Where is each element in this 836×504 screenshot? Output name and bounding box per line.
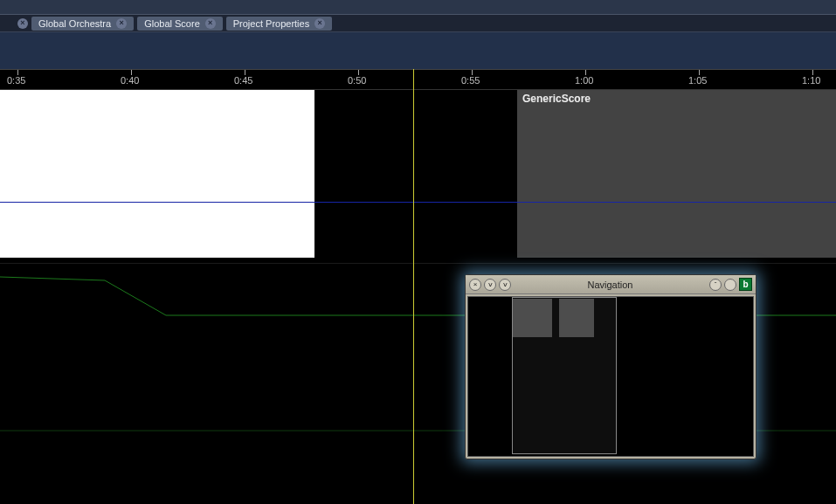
- time-ruler[interactable]: 0:35 0:40 0:45 0:50 0:55 1:00 1:05 1:10: [0, 69, 836, 90]
- clip-white[interactable]: [0, 90, 314, 258]
- tick-label: 0:45: [234, 75, 252, 86]
- close-icon[interactable]: ×: [314, 18, 325, 29]
- playhead[interactable]: [413, 69, 414, 504]
- tab-bar: × Global Orchestra × Global Score × Proj…: [0, 15, 836, 32]
- tab-label: Global Orchestra: [38, 18, 111, 29]
- tab-global-orchestra[interactable]: Global Orchestra ×: [31, 17, 134, 31]
- top-toolbar: [0, 0, 836, 15]
- close-icon[interactable]: ×: [469, 279, 481, 291]
- navigation-window[interactable]: × ⅴ ⅴ Navigation ˆ b: [465, 274, 757, 459]
- logo-b-icon[interactable]: b: [739, 278, 752, 291]
- chevron-down-icon[interactable]: ⅴ: [499, 279, 511, 291]
- minimap-viewport[interactable]: [512, 297, 617, 454]
- track-divider-blue: [0, 202, 836, 203]
- navigation-title: Navigation: [514, 280, 707, 290]
- tab-global-score[interactable]: Global Score ×: [137, 17, 223, 31]
- close-icon[interactable]: ×: [116, 18, 127, 29]
- track-divider: [0, 263, 836, 264]
- tick-label: 0:55: [461, 75, 480, 86]
- chevron-down-icon[interactable]: ⅴ: [484, 279, 496, 291]
- navigation-titlebar[interactable]: × ⅴ ⅴ Navigation ˆ b: [466, 275, 756, 294]
- navigation-minimap[interactable]: [467, 296, 754, 457]
- clip-generic-score[interactable]: GenericScore: [517, 90, 836, 258]
- chevron-up-icon[interactable]: ˆ: [709, 279, 722, 291]
- tick-label: 0:35: [7, 75, 25, 86]
- tab-label: Global Score: [144, 18, 200, 29]
- tab-close-leading-icon[interactable]: ×: [17, 18, 28, 29]
- tick-label: 1:05: [688, 75, 707, 86]
- close-icon[interactable]: ×: [205, 18, 216, 29]
- tick-label: 1:00: [575, 75, 593, 86]
- tick-label: 0:50: [348, 75, 366, 86]
- circle-icon[interactable]: [724, 279, 736, 291]
- tab-project-properties[interactable]: Project Properties ×: [226, 17, 332, 31]
- tick-label: 0:40: [121, 75, 139, 86]
- tab-label: Project Properties: [233, 18, 309, 29]
- panel-gap: [0, 32, 836, 69]
- clip-label: GenericScore: [522, 93, 591, 105]
- tick-label: 1:10: [802, 75, 820, 86]
